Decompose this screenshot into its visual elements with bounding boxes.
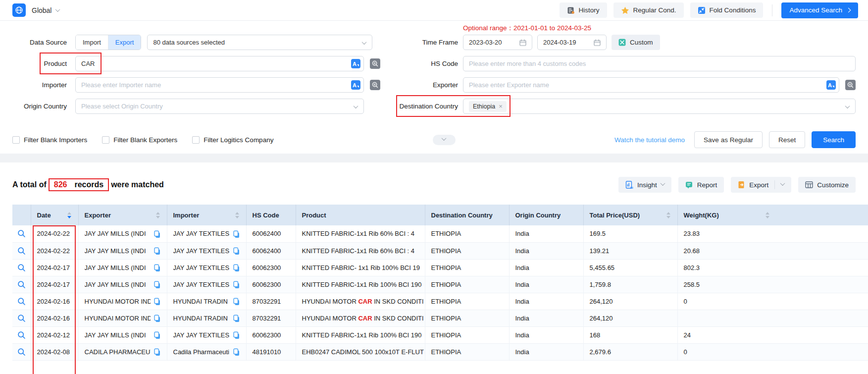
customize-icon (805, 181, 813, 188)
filter-blank-importers: Filter Blank Importers (12, 136, 87, 144)
cell-date: 2024-02-17 (31, 259, 78, 276)
table-row: 2024-02-12JAY JAY MILLS (INDIJAY JAY TEX… (12, 326, 868, 343)
insight-button[interactable]: BI Insight (618, 177, 671, 193)
report-button[interactable]: Report (678, 177, 724, 193)
cell-importer: JAY JAY TEXTILES (167, 242, 246, 259)
cell-destination: ETHIOPIA (425, 259, 509, 276)
exporter-input[interactable] (463, 77, 839, 93)
translate-icon[interactable]: A (826, 80, 836, 90)
hs-code-input[interactable] (463, 56, 856, 71)
copy-icon[interactable] (233, 281, 240, 289)
magnifier-icon[interactable] (17, 247, 26, 255)
column-label: Product (302, 212, 326, 219)
tag-close-icon[interactable]: × (499, 103, 503, 109)
copy-icon[interactable] (153, 264, 161, 272)
product-input[interactable] (75, 56, 364, 71)
star-icon (621, 6, 629, 14)
column-header-exporter[interactable]: Exporter (78, 205, 167, 225)
fuzzy-search-icon[interactable] (370, 80, 380, 90)
date-to-input[interactable]: 2024-03-19 (537, 35, 607, 50)
date-from-input[interactable]: 2023-03-20 (463, 35, 532, 50)
tutorial-link[interactable]: Watch the tutorial demo (614, 136, 685, 144)
cell-importer: Cadila Pharmaceuti (167, 343, 246, 360)
copy-icon[interactable] (233, 331, 240, 339)
regular-cond-button[interactable]: Regular Cond. (613, 2, 684, 18)
copy-icon[interactable] (153, 348, 161, 356)
copy-icon[interactable] (153, 331, 161, 339)
cell-product: KNITTED FABRIC-1x1 Rib 60% BCI : 4 (296, 225, 425, 242)
export-icon (738, 181, 745, 189)
copy-icon[interactable] (153, 247, 161, 255)
export-tab[interactable]: Export (108, 35, 141, 50)
sort-arrows[interactable] (67, 212, 72, 218)
export-button[interactable]: Export (731, 177, 791, 193)
magnifier-icon[interactable] (17, 331, 26, 339)
sort-arrows[interactable] (156, 212, 161, 218)
import-tab[interactable]: Import (76, 35, 108, 50)
product-label: Product (0, 60, 75, 67)
save-as-regular-button[interactable]: Save as Regular (694, 131, 763, 148)
copy-icon[interactable] (233, 247, 240, 255)
copy-icon[interactable] (233, 298, 240, 306)
search-button[interactable]: Search (812, 131, 856, 148)
checkbox[interactable] (12, 136, 20, 144)
advanced-search-button[interactable]: Advanced Search (781, 2, 858, 18)
sort-arrows[interactable] (666, 212, 671, 218)
column-header-date[interactable]: Date (31, 205, 78, 225)
search-form: Optional range：2021-01-01 to 2024-03-25 … (0, 21, 868, 149)
cell-destination: ETHIOPIA (425, 276, 509, 293)
translate-icon[interactable]: A (351, 59, 360, 68)
copy-icon[interactable] (153, 281, 161, 289)
chevron-down-icon[interactable] (780, 181, 785, 186)
filter-label: Filter Blank Exporters (113, 136, 177, 144)
copy-icon[interactable] (153, 298, 161, 306)
copy-icon[interactable] (153, 315, 161, 322)
column-header-weight[interactable]: Weight(KG) (677, 205, 868, 225)
column-header-importer[interactable]: Importer (167, 205, 246, 225)
column-header-total_price[interactable]: Total Price(USD) (583, 205, 677, 225)
filter-logistics-company: Filter Logitics Company (192, 136, 273, 144)
copy-icon[interactable] (153, 230, 161, 238)
collapse-conditions-button[interactable] (433, 135, 456, 145)
copy-icon[interactable] (233, 230, 240, 238)
destination-country-select[interactable]: Ethiopia × (463, 99, 856, 114)
fuzzy-search-icon[interactable] (845, 80, 856, 90)
table-header-row: DateExporterImporterHS CodeProductDestin… (12, 205, 868, 225)
cell-exporter: JAY JAY MILLS (INDI (78, 225, 167, 242)
data-source-select[interactable]: 80 data sources selected (147, 35, 372, 50)
magnifier-icon[interactable] (17, 314, 26, 322)
insight-icon: BI (625, 181, 633, 189)
cell-destination: ETHIOPIA (425, 326, 509, 343)
custom-range-button[interactable]: Custom (612, 35, 660, 50)
copy-icon[interactable] (233, 315, 240, 322)
magnifier-icon[interactable] (17, 229, 26, 238)
copy-icon[interactable] (233, 264, 240, 272)
checkbox[interactable] (102, 136, 109, 144)
sort-arrows[interactable] (766, 212, 770, 218)
history-button[interactable]: History (560, 2, 607, 18)
origin-country-select[interactable]: Please select Origin Country (75, 99, 364, 114)
reset-button[interactable]: Reset (769, 131, 805, 148)
checkbox[interactable] (192, 136, 200, 144)
fuzzy-search-icon[interactable] (370, 58, 380, 69)
cell-importer: JAY JAY TEXTILES (167, 259, 246, 276)
sort-arrows[interactable] (235, 212, 240, 218)
region-dropdown[interactable]: Global (32, 6, 59, 14)
magnifier-icon[interactable] (17, 348, 26, 356)
cell-weight: 258.5 (677, 276, 868, 293)
magnifier-icon[interactable] (17, 297, 26, 306)
chevron-down-icon (442, 136, 447, 141)
customize-button[interactable]: Customize (798, 177, 856, 193)
optional-range-note: Optional range：2021-01-01 to 2024-03-25 (0, 24, 868, 34)
translate-icon[interactable]: A (351, 80, 360, 90)
magnifier-icon[interactable] (17, 280, 26, 289)
magnifier-icon[interactable] (17, 264, 26, 272)
table-row: 2024-02-16HYUNDAI MOTOR INDHYUNDAI TRADI… (12, 293, 868, 310)
cell-view (12, 225, 31, 242)
copy-icon[interactable] (233, 348, 240, 356)
importer-input[interactable] (75, 77, 364, 93)
date-to-value: 2024-03-19 (543, 39, 576, 46)
cell-origin: India (509, 276, 583, 293)
divider (774, 180, 775, 189)
fold-conditions-button[interactable]: Fold Conditions (690, 2, 764, 18)
